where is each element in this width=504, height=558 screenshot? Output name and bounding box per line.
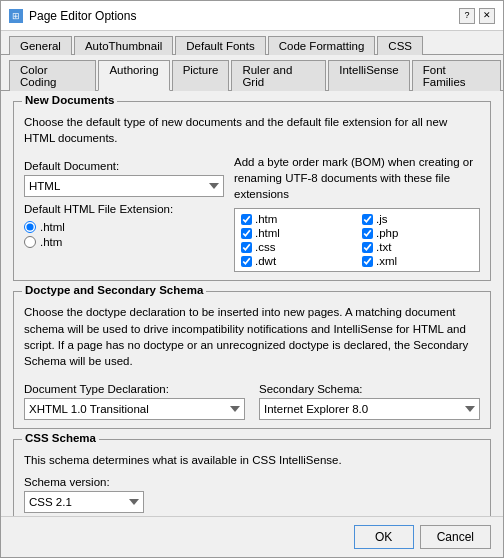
tab-code-formatting[interactable]: Code Formatting bbox=[268, 36, 376, 55]
checkbox-html[interactable]: .html bbox=[241, 227, 352, 239]
radio-htm[interactable]: .htm bbox=[24, 236, 224, 248]
checkbox-xml[interactable]: .xml bbox=[362, 255, 473, 267]
css-schema-label: CSS Schema bbox=[22, 432, 99, 444]
checkbox-txt[interactable]: .txt bbox=[362, 241, 473, 253]
dialog-icon: ⊞ bbox=[9, 9, 23, 23]
title-bar: ⊞ Page Editor Options ? ✕ bbox=[1, 1, 503, 31]
cancel-button[interactable]: Cancel bbox=[420, 525, 491, 549]
tabs-row2: Color Coding Authoring Picture Ruler and… bbox=[1, 55, 503, 91]
checkbox-php[interactable]: .php bbox=[362, 227, 473, 239]
checkbox-js[interactable]: .js bbox=[362, 213, 473, 225]
radio-html-label: .html bbox=[40, 221, 65, 233]
new-documents-desc: Choose the default type of new documents… bbox=[24, 114, 480, 146]
tab-authoring[interactable]: Authoring bbox=[98, 60, 169, 91]
checkbox-php-label: .php bbox=[376, 227, 398, 239]
checkbox-xml-label: .xml bbox=[376, 255, 397, 267]
schema-version-label: Schema version: bbox=[24, 476, 480, 488]
checkbox-txt-label: .txt bbox=[376, 241, 391, 253]
bom-label: Add a byte order mark (BOM) when creatin… bbox=[234, 154, 480, 202]
new-documents-section: New Documents Choose the default type of… bbox=[13, 101, 491, 281]
help-button[interactable]: ? bbox=[459, 8, 475, 24]
tab-default-fonts[interactable]: Default Fonts bbox=[175, 36, 265, 55]
tabs-row1: General AutoThumbnail Default Fonts Code… bbox=[1, 31, 503, 55]
schema-version-select[interactable]: CSS 2.1 bbox=[24, 491, 144, 513]
tab-picture[interactable]: Picture bbox=[172, 60, 230, 91]
radio-html[interactable]: .html bbox=[24, 221, 224, 233]
checkbox-js-label: .js bbox=[376, 213, 388, 225]
doc-type-label: Document Type Declaration: bbox=[24, 383, 245, 395]
css-schema-desc: This schema determines what is available… bbox=[24, 452, 480, 468]
bom-extensions-grid: .htm .js .html .php bbox=[234, 208, 480, 272]
tab-general[interactable]: General bbox=[9, 36, 72, 55]
ok-button[interactable]: OK bbox=[354, 525, 414, 549]
dialog: ⊞ Page Editor Options ? ✕ General AutoTh… bbox=[0, 0, 504, 558]
css-schema-section: CSS Schema This schema determines what i… bbox=[13, 439, 491, 516]
close-button[interactable]: ✕ bbox=[479, 8, 495, 24]
doctype-section-label: Doctype and Secondary Schema bbox=[22, 284, 206, 296]
doc-type-select[interactable]: XHTML 1.0 Transitional bbox=[24, 398, 245, 420]
checkbox-dwt[interactable]: .dwt bbox=[241, 255, 352, 267]
secondary-schema-select[interactable]: Internet Explorer 8.0 bbox=[259, 398, 480, 420]
tab-css[interactable]: CSS bbox=[377, 36, 423, 55]
tab-autothumbnail[interactable]: AutoThumbnail bbox=[74, 36, 173, 55]
file-ext-label: Default HTML File Extension: bbox=[24, 203, 224, 215]
doctype-section: Doctype and Secondary Schema Choose the … bbox=[13, 291, 491, 428]
tab-font-families[interactable]: Font Families bbox=[412, 60, 501, 91]
default-doc-select[interactable]: HTML bbox=[24, 175, 224, 197]
tab-color-coding[interactable]: Color Coding bbox=[9, 60, 96, 91]
checkbox-htm[interactable]: .htm bbox=[241, 213, 352, 225]
file-ext-radio-group: .html .htm bbox=[24, 221, 224, 248]
radio-htm-label: .htm bbox=[40, 236, 62, 248]
secondary-schema-label: Secondary Schema: bbox=[259, 383, 480, 395]
checkbox-htm-label: .htm bbox=[255, 213, 277, 225]
dialog-title: Page Editor Options bbox=[29, 9, 136, 23]
doctype-desc: Choose the doctype declaration to be ins… bbox=[24, 304, 480, 368]
checkbox-css-label: .css bbox=[255, 241, 275, 253]
checkbox-dwt-label: .dwt bbox=[255, 255, 276, 267]
content-area: New Documents Choose the default type of… bbox=[1, 91, 503, 516]
footer: OK Cancel bbox=[1, 516, 503, 557]
tab-ruler-and-grid[interactable]: Ruler and Grid bbox=[231, 60, 326, 91]
checkbox-html-label: .html bbox=[255, 227, 280, 239]
new-documents-label: New Documents bbox=[22, 94, 117, 106]
checkbox-css[interactable]: .css bbox=[241, 241, 352, 253]
tab-intellisense[interactable]: IntelliSense bbox=[328, 60, 409, 91]
default-doc-label: Default Document: bbox=[24, 160, 224, 172]
